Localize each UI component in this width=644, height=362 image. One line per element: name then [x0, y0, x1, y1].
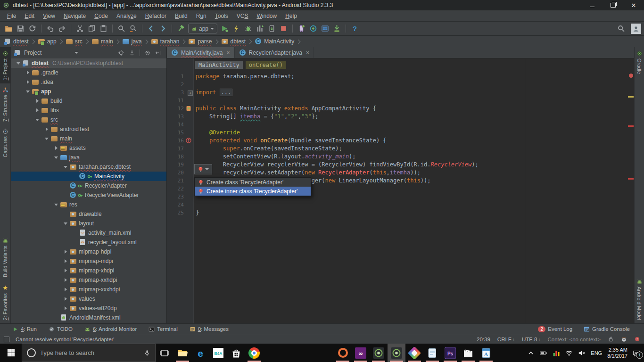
tree-item-assets[interactable]: assets	[11, 143, 166, 153]
android-component-icon[interactable]	[186, 106, 191, 111]
redo-icon[interactable]	[56, 23, 68, 34]
tree-closed-arrow-icon[interactable]	[62, 259, 69, 263]
intention-item-create-inner-class-recycleradapter[interactable]: Create inner class 'RecyclerAdapter'	[195, 187, 311, 196]
tree-open-arrow-icon[interactable]	[24, 90, 32, 93]
gear-icon[interactable]	[144, 49, 151, 56]
menu-run[interactable]: Run	[192, 13, 211, 19]
inspections-hector-icon[interactable]	[621, 336, 627, 342]
tree-item-tarahan-parse-dbtest[interactable]: tarahan.parse.dbtest	[11, 162, 166, 172]
code-editor[interactable]: MainActivityonCreate() 1package tarahan.…	[167, 58, 635, 323]
tool-strip-item-android-model[interactable]: Android Model	[635, 275, 644, 323]
error-stripe-mark[interactable]	[628, 178, 634, 180]
taskbar-app-document-app[interactable]: A	[477, 344, 495, 362]
find-icon[interactable]	[116, 23, 127, 34]
battery-icon[interactable]	[540, 349, 547, 357]
context-indicator[interactable]: Context: <no context>	[547, 337, 601, 342]
taskbar-app-browser[interactable]	[334, 344, 352, 362]
breadcrumb-dbtest[interactable]: dbtest	[221, 38, 246, 45]
toolwindow-button-terminal[interactable]: Terminal	[149, 326, 177, 332]
code-line-13[interactable]: 13 String[] itemha = {"1","2","3"};	[167, 113, 635, 121]
tree-open-arrow-icon[interactable]	[62, 166, 69, 168]
breadcrumb-app[interactable]: app	[38, 38, 57, 45]
code-text[interactable]: public class MainActivity extends AppCom…	[196, 105, 376, 113]
code-line-14[interactable]: 14	[167, 121, 635, 129]
tab-mainactivity-java[interactable]: MainActivity.java×	[167, 47, 235, 58]
toolwindow-button-event-log[interactable]: 2Event Log	[538, 326, 572, 332]
tree-item-res[interactable]: res	[11, 200, 166, 209]
intention-bulb-button[interactable]	[194, 164, 212, 174]
code-text[interactable]: @Override	[196, 129, 240, 137]
close-button[interactable]: ✕	[623, 0, 644, 10]
tree-item-idea[interactable]: .idea	[11, 77, 166, 87]
menu-window[interactable]: Window	[252, 13, 281, 19]
open-icon[interactable]	[3, 23, 15, 34]
taskbar-app-b4a[interactable]: B4A	[209, 344, 227, 362]
tree-item-mipmap-xxhdpi[interactable]: mipmap-xxhdpi	[11, 275, 166, 285]
tree-item-activity-main-xml[interactable]: activity_main.xml	[11, 228, 166, 238]
breadcrumb-java[interactable]: java	[122, 38, 142, 45]
code-line-2[interactable]: 2	[167, 81, 635, 89]
start-button[interactable]	[0, 344, 22, 362]
action-center-button[interactable]: 1	[633, 349, 640, 357]
replace-icon[interactable]	[127, 23, 139, 34]
tree-closed-arrow-icon[interactable]	[43, 127, 50, 131]
search-everywhere-icon[interactable]	[615, 23, 627, 34]
tree-item-app[interactable]: app	[11, 87, 166, 96]
menu-navigate[interactable]: Navigate	[59, 13, 90, 19]
tree-item-recycleradapter[interactable]: RecyclerAdapter	[11, 181, 166, 190]
code-text[interactable]: }	[196, 209, 199, 217]
tree-open-arrow-icon[interactable]	[43, 138, 50, 140]
copy-icon[interactable]	[86, 23, 98, 34]
microphone-icon[interactable]	[144, 350, 150, 356]
intention-item-create-class-recycleradapter[interactable]: Create class 'RecyclerAdapter'	[195, 178, 311, 187]
tree-item-dbtest[interactable]: dbtestC:\Users\PC\Desktop\dbtest	[11, 58, 166, 68]
tree-item-recyclerviewadapter[interactable]: RecyclerViewAdapter	[11, 190, 166, 200]
debug-icon[interactable]	[242, 23, 254, 34]
menu-code[interactable]: Code	[90, 13, 112, 19]
language-indicator[interactable]: ENG	[591, 350, 602, 356]
taskbar-app-photoshop[interactable]: Ps	[441, 344, 459, 362]
tree-closed-arrow-icon[interactable]	[24, 71, 32, 74]
toolwindow-button-todo[interactable]: TODO	[49, 326, 73, 332]
tree-open-arrow-icon[interactable]	[62, 222, 69, 225]
tree-closed-arrow-icon[interactable]	[62, 269, 69, 272]
tree-closed-arrow-icon[interactable]	[62, 288, 69, 291]
code-line-18[interactable]: 18 setContentView(R.layout.activity_main…	[167, 153, 635, 161]
code-text[interactable]: import ...	[196, 89, 232, 97]
restore-button[interactable]	[603, 0, 623, 10]
tree-item-androidmanifest-xml[interactable]: AndroidManifest.xml	[11, 313, 166, 322]
tool-strip-item-build-variants[interactable]: Build Variants	[0, 234, 10, 280]
menu-view[interactable]: View	[39, 13, 59, 19]
tree-item-libs[interactable]: libs	[11, 106, 166, 115]
warning-stripe-mark[interactable]	[628, 96, 634, 98]
project-structure-icon[interactable]	[319, 23, 331, 34]
tree-item-java[interactable]: java	[11, 153, 166, 162]
tree-item-main[interactable]: main	[11, 134, 166, 143]
toolwindow-button-0-messages[interactable]: 0: Messages	[190, 326, 229, 332]
tree-closed-arrow-icon[interactable]	[62, 278, 69, 282]
code-line-25[interactable]: 25}	[167, 209, 635, 217]
avatar[interactable]	[631, 24, 641, 34]
help-icon[interactable]: ?	[349, 23, 361, 34]
taskbar-app-store[interactable]	[227, 344, 245, 362]
toolwindow-button-4-run[interactable]: 4: Run	[12, 326, 37, 332]
menu-tools[interactable]: Tools	[211, 13, 232, 19]
forward-icon[interactable]	[157, 23, 169, 34]
cut-icon[interactable]	[74, 23, 86, 34]
tree-closed-arrow-icon[interactable]	[33, 99, 41, 103]
code-text[interactable]: package tarahan.parse.dbtest;	[196, 73, 295, 81]
breadcrumb-mainactivity[interactable]: MainActivity	[255, 38, 294, 45]
tree-item-mainactivity[interactable]: MainActivity	[11, 172, 166, 181]
avd-manager-icon[interactable]	[296, 23, 307, 34]
taskbar-app-notepad[interactable]	[423, 344, 441, 362]
code-text[interactable]: String[] itemha = {"1","2","3"};	[196, 113, 318, 121]
tree-item-drawable[interactable]: drawable	[11, 209, 166, 219]
apply-changes-icon[interactable]	[231, 23, 242, 34]
code-line-20[interactable]: 20 recyclerView.setAdapter(new RecyclerA…	[167, 169, 635, 177]
tree-open-arrow-icon[interactable]	[52, 156, 60, 159]
tree-item-recycler-layout-xml[interactable]: recycler_layout.xml	[11, 238, 166, 247]
tree-item-androidtest[interactable]: androidTest	[11, 124, 166, 134]
context-chip-oncreate[interactable]: onCreate()	[246, 61, 286, 69]
code-line-11[interactable]: 11	[167, 97, 635, 105]
coverage-icon[interactable]	[254, 23, 266, 34]
